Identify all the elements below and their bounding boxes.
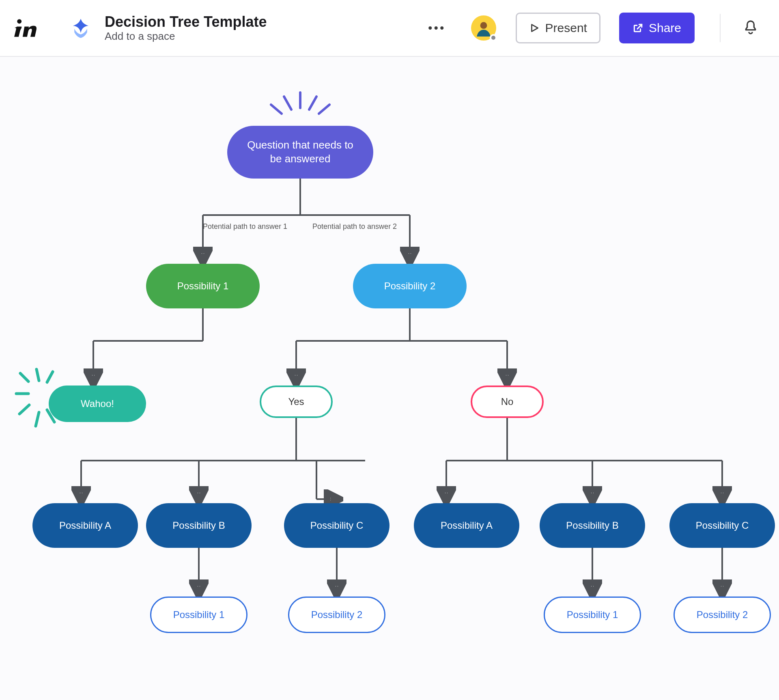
space-icon[interactable]	[67, 17, 94, 39]
no-leaf-a-label: Possibility A	[441, 520, 493, 531]
more-menu-button[interactable]: •••	[422, 18, 452, 38]
share-button[interactable]: Share	[619, 13, 695, 43]
no-final-2[interactable]: Possibility 2	[674, 597, 771, 633]
bell-icon	[742, 19, 759, 35]
share-icon	[633, 23, 643, 33]
wahoo-node[interactable]: Wahoo!	[49, 386, 146, 422]
yes-leaf-a-label: Possibility A	[59, 520, 111, 531]
possibility-2-node[interactable]: Possibility 2	[353, 264, 467, 308]
yes-final-2-label: Possibility 2	[311, 609, 363, 620]
svg-point-1	[480, 22, 487, 29]
presence-status-icon	[490, 34, 497, 41]
document-title[interactable]: Decision Tree Template	[105, 13, 267, 30]
share-label: Share	[649, 21, 681, 35]
svg-line-5	[271, 105, 282, 114]
present-label: Present	[545, 21, 587, 35]
yes-node[interactable]: Yes	[260, 386, 333, 418]
header-divider	[720, 14, 721, 42]
diagram-canvas[interactable]: Question that needs to be answered	[0, 57, 779, 700]
edge-label-left: Potential path to answer 1	[203, 222, 287, 231]
edge-label-right: Potential path to answer 2	[312, 222, 397, 231]
svg-line-3	[284, 97, 291, 110]
no-leaf-b-label: Possibility B	[566, 520, 618, 531]
no-leaf-a[interactable]: Possibility A	[414, 503, 519, 548]
yes-leaf-a[interactable]: Possibility A	[32, 503, 138, 548]
svg-point-0	[17, 19, 22, 24]
no-final-1-label: Possibility 1	[567, 609, 618, 620]
notifications-button[interactable]	[742, 19, 759, 37]
no-final-1[interactable]: Possibility 1	[544, 597, 641, 633]
add-to-space-link[interactable]: Add to a space	[105, 30, 267, 43]
play-icon	[529, 23, 540, 33]
yes-label: Yes	[288, 396, 304, 407]
no-node[interactable]: No	[471, 386, 544, 418]
possibility-1-node[interactable]: Possibility 1	[146, 264, 260, 308]
title-block: Decision Tree Template Add to a space	[105, 13, 267, 42]
yes-leaf-b-label: Possibility B	[172, 520, 225, 531]
burst-icon	[260, 89, 341, 126]
invision-logo[interactable]	[11, 16, 41, 40]
yes-final-1[interactable]: Possibility 1	[150, 597, 247, 633]
yes-leaf-c[interactable]: Possibility C	[284, 503, 390, 548]
possibility-1-label: Possibility 1	[177, 280, 229, 292]
no-leaf-c-label: Possibility C	[696, 520, 749, 531]
root-label: Question that needs to be answered	[242, 138, 359, 166]
yes-final-1-label: Possibility 1	[173, 609, 225, 620]
svg-line-6	[319, 105, 329, 114]
wahoo-label: Wahoo!	[81, 398, 114, 409]
no-label: No	[501, 396, 514, 407]
yes-final-2[interactable]: Possibility 2	[288, 597, 385, 633]
no-final-2-label: Possibility 2	[697, 609, 748, 620]
yes-leaf-b[interactable]: Possibility B	[146, 503, 252, 548]
yes-leaf-c-label: Possibility C	[310, 520, 364, 531]
app-header: Decision Tree Template Add to a space ••…	[0, 0, 779, 57]
root-node[interactable]: Question that needs to be answered	[227, 126, 373, 179]
svg-line-4	[309, 97, 316, 110]
no-leaf-b[interactable]: Possibility B	[540, 503, 645, 548]
user-avatar[interactable]	[471, 15, 496, 41]
no-leaf-c[interactable]: Possibility C	[669, 503, 775, 548]
possibility-2-label: Possibility 2	[384, 280, 436, 292]
present-button[interactable]: Present	[516, 13, 600, 43]
